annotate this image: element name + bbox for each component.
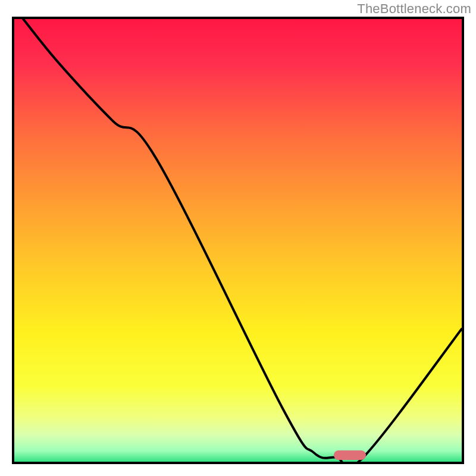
chart-canvas: TheBottleneck.com [0, 0, 476, 476]
optimal-marker [334, 450, 366, 460]
watermark-label: TheBottleneck.com [357, 1, 471, 17]
plot-frame [12, 17, 464, 464]
curve-layer [14, 19, 462, 462]
curve-line [23, 19, 462, 464]
